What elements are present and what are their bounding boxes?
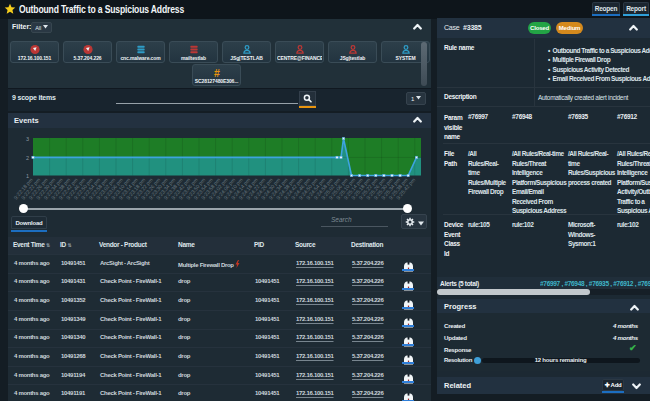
svg-text:2: 2 <box>26 155 29 161</box>
svg-text:3: 3 <box>26 136 29 142</box>
